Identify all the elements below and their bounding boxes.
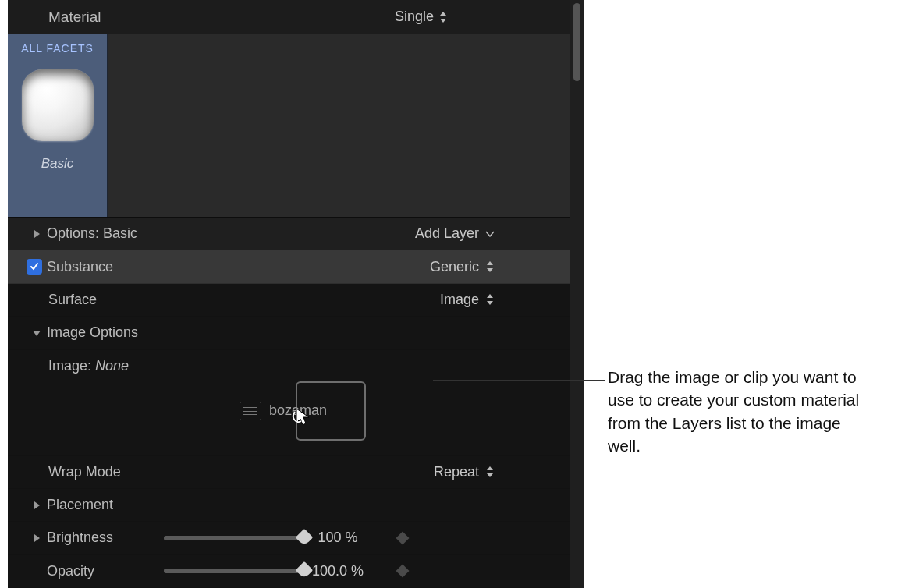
image-options-label: Image Options [47,324,292,341]
slider-fill [164,569,304,573]
material-header-row: Material Single [8,0,570,34]
substance-popup[interactable]: Generic [292,259,495,275]
material-label: Material [48,9,395,26]
substance-label: Substance [47,259,292,275]
brightness-label: Brightness [47,530,164,546]
wrap-mode-value: Repeat [434,464,479,480]
substance-value: Generic [430,259,479,275]
facet-swatch [17,62,98,148]
facets-bar: ALL FACETS Basic [8,34,570,218]
image-options-row: Image Options [8,317,570,349]
panel-body: Material Single ALL FACETS Basic [8,0,570,588]
callout-text: Drag the image or clip you want to use t… [608,366,873,458]
filmstrip-icon [240,402,261,420]
opacity-label: Opacity [47,563,164,579]
placement-disclosure[interactable] [27,501,47,510]
facet-preset-name: Basic [41,156,74,172]
material-preview-blob [22,69,94,141]
placement-row: Placement [8,489,570,522]
placement-label: Placement [47,497,292,513]
wrap-mode-row: Wrap Mode Repeat [8,456,570,489]
facet-tab-title: ALL FACETS [21,42,94,55]
image-well-row: bozeman [48,374,557,448]
opacity-keyframe[interactable] [371,566,434,576]
material-inspector-panel: Material Single ALL FACETS Basic [8,0,584,588]
updown-stepper-icon [438,11,448,23]
opacity-slider[interactable] [164,569,304,573]
brightness-disclosure[interactable] [27,533,47,543]
options-label: Options: Basic [47,225,292,242]
brightness-slider[interactable] [164,536,304,540]
material-mode-popup[interactable]: Single [395,9,557,25]
opacity-row: Opacity 100.0 % [8,555,570,588]
facet-all-selected[interactable]: ALL FACETS Basic [8,34,108,217]
brightness-keyframe[interactable] [371,533,434,543]
surface-value: Image [440,292,479,308]
keyframe-diamond-icon [396,531,410,544]
wrap-mode-popup[interactable]: Repeat [292,464,495,480]
wrap-mode-label: Wrap Mode [48,464,292,480]
image-label-text: Image: [48,358,91,374]
callout-leader-line [433,380,605,381]
image-value: None [95,358,129,374]
slider-fill [164,536,304,540]
scrollbar-thumb[interactable] [573,3,580,81]
drag-cursor-icon [292,407,314,429]
brightness-value[interactable]: 100 % [304,530,371,546]
substance-row: Substance Generic [8,250,570,283]
chevron-down-icon [485,231,495,237]
updown-stepper-icon [485,293,495,306]
image-options-disclosure[interactable] [27,328,47,338]
vertical-scrollbar[interactable] [570,0,584,588]
drag-ghost: bozeman [240,402,327,420]
keyframe-diamond-icon [396,565,410,578]
surface-popup[interactable]: Image [292,292,495,308]
add-layer-label: Add Layer [415,225,479,242]
surface-label: Surface [48,292,292,308]
add-layer-popup[interactable]: Add Layer [292,225,495,242]
options-row: Options: Basic Add Layer [8,218,570,250]
substance-checkbox[interactable] [27,259,42,275]
updown-stepper-icon [485,466,495,478]
opacity-value[interactable]: 100.0 % [304,563,371,579]
image-field-label: Image: None [48,358,557,374]
updown-stepper-icon [485,260,495,273]
surface-row: Surface Image [8,284,570,317]
brightness-row: Brightness 100 % [8,522,570,554]
image-well-group: Image: None bozeman [8,350,570,456]
material-mode-value: Single [395,9,434,25]
options-disclosure[interactable] [27,229,47,239]
